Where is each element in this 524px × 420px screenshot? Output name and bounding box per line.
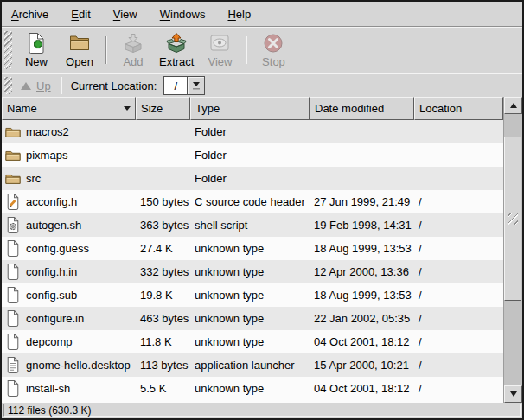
file-list-area: Name Size Type Date modified Location ma… (2, 97, 522, 403)
file-name: install-sh (26, 382, 70, 395)
tool-button-label: Stop (262, 55, 285, 68)
menu-help[interactable]: Help (220, 4, 259, 24)
table-row[interactable]: config.guess27.4 Kunknown type18 Aug 199… (2, 237, 503, 260)
document-pencil-icon (5, 193, 21, 211)
cell-date: 12 Apr 2000, 13:36 (310, 260, 414, 283)
table-row[interactable]: srcFolder (2, 167, 503, 190)
table-body: macros2FolderpixmapsFoldersrcFolderaccon… (2, 120, 503, 403)
cell-size: 463 bytes (136, 307, 190, 330)
cell-date (310, 143, 414, 167)
column-header-type[interactable]: Type (190, 97, 310, 120)
stop-button[interactable]: Stop (252, 29, 295, 71)
column-header-date[interactable]: Date modified (310, 97, 414, 120)
cell-size (136, 167, 190, 190)
cell-name: gnome-hello.desktop (2, 353, 136, 377)
menu-edit[interactable]: Edit (63, 4, 98, 24)
scroll-up-button[interactable] (504, 97, 522, 114)
file-name: macros2 (26, 125, 69, 138)
cell-size: 19.8 K (136, 283, 190, 307)
location-bar-handle[interactable] (4, 77, 12, 94)
cell-date: 04 Oct 2001, 18:12 (310, 377, 414, 400)
cell-type: unknown type (190, 377, 310, 400)
toolbar-group-separator (246, 36, 247, 64)
column-header-size[interactable]: Size (136, 97, 190, 120)
toolbar: NewOpenAddExtractViewStop (2, 28, 522, 73)
vertical-scrollbar (503, 97, 522, 403)
table-row[interactable]: config.sub19.8 Kunknown type18 Aug 1999,… (2, 283, 503, 307)
tool-button-label: View (208, 55, 232, 68)
extract-button[interactable]: Extract (155, 29, 198, 71)
cell-location: / (414, 353, 503, 377)
table-row[interactable]: pixmapsFolder (2, 143, 503, 167)
cell-location: / (414, 190, 503, 213)
table-row[interactable]: install-sh5.5 Kunknown type04 Oct 2001, … (2, 377, 503, 400)
cell-date: 18 Aug 1999, 13:53 (310, 237, 414, 260)
cell-size (136, 120, 190, 143)
cell-location: / (414, 307, 503, 330)
scroll-down-button[interactable] (504, 385, 522, 403)
toolbar-handle[interactable] (4, 31, 12, 69)
cell-location (414, 167, 503, 190)
sort-arrow-icon[interactable] (124, 106, 131, 111)
column-header-location[interactable]: Location (414, 97, 503, 120)
location-combo[interactable]: / (163, 76, 205, 95)
dropdown-arrow-icon[interactable] (188, 77, 204, 94)
cell-size: 113 bytes (136, 353, 190, 377)
scrollbar-trough[interactable] (504, 114, 522, 385)
cell-name: autogen.sh (2, 213, 136, 237)
file-name: pixmaps (26, 149, 67, 162)
cell-name: depcomp (2, 330, 136, 353)
menu-view[interactable]: View (105, 4, 145, 24)
table-row[interactable]: autogen.sh363 bytesshell script19 Feb 19… (2, 213, 503, 237)
table-row[interactable]: config.h.in332 bytesunknown type12 Apr 2… (2, 260, 503, 283)
view-file-icon (208, 32, 231, 54)
cell-location: / (414, 237, 503, 260)
location-bar: Up Current Location: / (2, 74, 522, 97)
cell-type: shell script (190, 213, 310, 237)
file-name: depcomp (26, 335, 72, 348)
menu-windows[interactable]: Windows (152, 4, 214, 24)
add-files-icon (122, 32, 144, 54)
view-button[interactable]: View (198, 29, 241, 71)
table-row[interactable]: acconfig.h150 bytesC source code header2… (2, 190, 503, 213)
document-icon (5, 333, 21, 351)
cell-date (310, 167, 414, 190)
stop-icon (262, 32, 284, 54)
cell-type: unknown type (190, 237, 310, 260)
cell-size: 150 bytes (136, 190, 190, 213)
add-button[interactable]: Add (112, 29, 155, 71)
cell-date: 18 Aug 1999, 13:53 (310, 283, 414, 307)
location-value[interactable]: / (164, 77, 188, 94)
file-name: config.h.in (26, 265, 77, 278)
new-archive-icon (25, 32, 48, 54)
cell-size: 332 bytes (136, 260, 190, 283)
cell-name: src (2, 167, 136, 190)
up-button[interactable]: Up (15, 78, 57, 94)
cell-location: / (414, 283, 503, 307)
table-row[interactable]: gnome-hello.desktop113 bytesapplication … (2, 353, 503, 377)
new-button[interactable]: New (15, 29, 58, 71)
folder-icon (5, 123, 21, 141)
cell-location: / (414, 330, 503, 353)
open-button[interactable]: Open (58, 29, 101, 71)
cell-type: unknown type (190, 307, 310, 330)
cell-name: config.guess (2, 237, 136, 260)
column-header-date-label: Date modified (315, 102, 384, 115)
scrollbar-thumb[interactable] (504, 137, 521, 301)
cell-date: 04 Oct 2001, 18:12 (310, 330, 414, 353)
cell-date: 19 Feb 1998, 14:31 (310, 213, 414, 237)
cell-date: 22 Jan 2002, 05:35 (310, 307, 414, 330)
menu-archive[interactable]: Archive (3, 4, 56, 24)
file-name: config.guess (26, 242, 89, 255)
column-header-size-label: Size (141, 102, 163, 115)
cell-date: 27 Jun 1999, 21:49 (310, 190, 414, 213)
column-header-name[interactable]: Name (2, 97, 136, 120)
extract-icon (165, 32, 188, 54)
cell-type: Folder (190, 120, 310, 143)
table-row[interactable]: configure.in463 bytesunknown type22 Jan … (2, 307, 503, 330)
file-name: acconfig.h (26, 195, 77, 208)
file-table: Name Size Type Date modified Location ma… (2, 97, 503, 403)
table-row[interactable]: macros2Folder (2, 120, 503, 143)
table-row[interactable]: depcomp11.8 Kunknown type04 Oct 2001, 18… (2, 330, 503, 353)
column-header-type-label: Type (195, 102, 220, 115)
